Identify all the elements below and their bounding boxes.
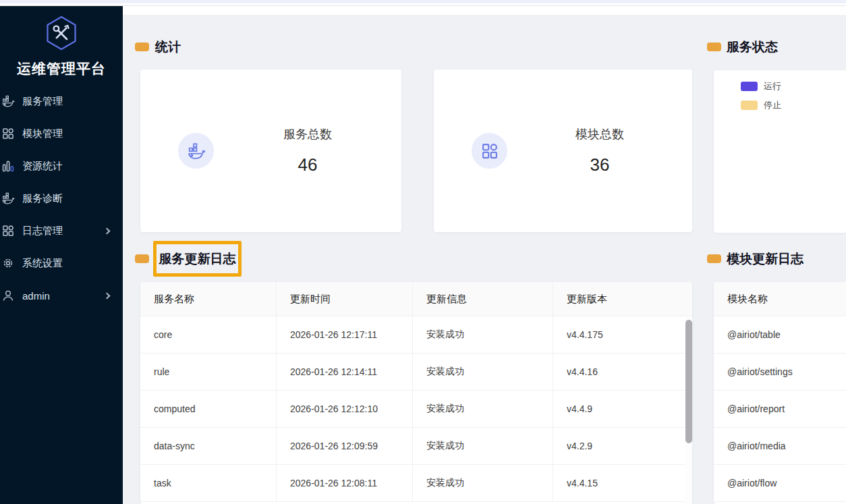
service-update-log-table: 服务名称 更新时间 更新信息 更新版本 core 2026-01-26 12:1… [140,282,692,504]
table-row: rule 2026-01-26 12:14:11 安装成功 v4.4.16 [140,354,692,391]
docker-icon [1,192,15,205]
cell-update-version: v4.4.175 [553,316,685,353]
sidebar-item-label: 服务诊断 [22,192,63,205]
cell-update-info: 安装成功 [413,428,553,464]
module-update-log-table: 模块名称 @airiot/table @airiot/settings @air… [714,282,846,504]
legend-label: 运行 [764,80,781,92]
service-status-panel: 运行 停止 [714,70,846,233]
column-header: 模块名称 [714,282,846,316]
stat-value: 46 [214,155,401,175]
sidebar: 运维管理平台 服务管理 [0,6,123,504]
sidebar-item-label: 日志管理 [22,225,63,237]
cell-update-time: 2026-01-26 12:17:11 [277,316,413,353]
cell-update-time: 2026-01-26 12:08:11 [277,465,413,501]
sidebar-item-resource-stats[interactable]: 资源统计 [0,150,123,182]
grid-icon [1,127,15,140]
table-header-row: 服务名称 更新时间 更新信息 更新版本 [140,282,692,316]
user-icon [1,289,15,302]
cell-update-time: 2026-01-26 12:09:59 [277,428,413,464]
cell-service-name: core [140,316,277,353]
scrollbar-track[interactable] [685,317,692,504]
column-header: 更新版本 [553,282,685,316]
stat-label: 服务总数 [214,126,401,142]
service-log-section-title: 服务更新日志 [159,250,236,268]
bar-chart-icon [1,159,15,173]
sidebar-item-service-management[interactable]: 服务管理 [0,85,123,117]
sidebar-item-label: admin [22,290,50,302]
stat-card-services: 服务总数 46 [140,69,401,232]
cell-update-info: 安装成功 [413,316,553,353]
logo: 运维管理平台 [0,6,123,78]
cell-update-info: 安装成功 [413,391,553,427]
sidebar-menu: 服务管理 模块管理 资 [0,85,123,312]
cell-update-info: 安装成功 [413,354,553,390]
column-header: 更新信息 [413,282,553,316]
grid-icon [472,133,507,169]
cell-update-version: v4.2.9 [553,428,685,464]
sidebar-item-label: 服务管理 [22,95,63,108]
table-row: computed 2026-01-26 12:12:10 安装成功 v4.4.9 [140,391,692,428]
service-status-section-title: 服务状态 [727,38,778,56]
table-header-row: 模块名称 [714,282,846,316]
sidebar-item-label: 模块管理 [22,128,63,140]
stats-section-title: 统计 [155,38,181,56]
sidebar-item-module-management[interactable]: 模块管理 [0,117,123,150]
column-header: 服务名称 [140,282,277,316]
table-row: @airiot/flow [714,465,846,502]
cell-service-name: computed [140,391,277,427]
highlight-box: 服务更新日志 [153,241,242,277]
sidebar-item-service-diagnosis[interactable]: 服务诊断 [0,182,123,215]
table-row: data-sync 2026-01-26 12:09:59 安装成功 v4.2.… [140,428,692,465]
cell-module-name: @airiot/flow [714,465,846,501]
table-row: @airiot/settings [714,354,846,391]
grid-icon [1,224,15,237]
cell-module-name: @airiot/report [714,391,846,427]
chevron-right-icon [104,227,111,234]
cell-module-name: @airiot/settings [714,354,846,390]
sidebar-item-label: 系统设置 [22,257,63,270]
cell-update-version: v4.4.16 [553,354,685,390]
sidebar-item-admin[interactable]: admin [0,279,123,312]
legend-item-running[interactable]: 运行 [741,80,846,92]
stat-label: 模块总数 [507,126,692,142]
main-header-band [123,6,846,15]
scrollbar-thumb[interactable] [685,320,692,443]
docker-icon [178,133,214,169]
app-title: 运维管理平台 [0,59,123,78]
table-row: @airiot/table [714,316,846,354]
gear-icon [1,256,15,270]
sidebar-item-log-management[interactable]: 日志管理 [0,215,123,247]
cell-update-version: v4.4.15 [553,465,685,501]
table-row: @airiot/media [714,428,846,465]
legend-label: 停止 [764,99,781,111]
chevron-right-icon [104,292,111,299]
cell-update-time: 2026-01-26 12:12:10 [277,391,413,427]
section-marker [135,43,149,51]
section-marker [707,254,721,263]
section-marker [707,43,721,51]
hexagon-tools-logo-icon [45,42,78,53]
section-marker [135,254,149,263]
table-row: core 2026-01-26 12:17:11 安装成功 v4.4.175 [140,316,692,354]
cell-update-info: 安装成功 [413,465,553,501]
cell-service-name: task [140,465,277,501]
cell-module-name: @airiot/media [714,428,846,464]
cell-service-name: rule [140,354,277,390]
table-row: @airiot/report [714,391,846,428]
module-log-section-title: 模块更新日志 [727,250,803,268]
stat-value: 36 [507,155,692,175]
legend-item-stopped[interactable]: 停止 [741,99,846,111]
stat-card-modules: 模块总数 36 [434,69,692,232]
cell-service-name: data-sync [140,428,277,464]
sidebar-item-label: 资源统计 [22,160,63,173]
cell-update-version: v4.4.9 [553,391,685,427]
legend-swatch-running [741,82,758,91]
dashboard-page: 运维管理平台 服务管理 [0,0,846,504]
column-header: 更新时间 [277,282,413,316]
sidebar-item-system-settings[interactable]: 系统设置 [0,247,123,279]
cell-module-name: @airiot/table [714,316,846,353]
docker-icon [1,94,15,108]
legend-swatch-stopped [741,101,758,110]
table-row: task 2026-01-26 12:08:11 安装成功 v4.4.15 [140,465,692,502]
cell-update-time: 2026-01-26 12:14:11 [277,354,413,390]
